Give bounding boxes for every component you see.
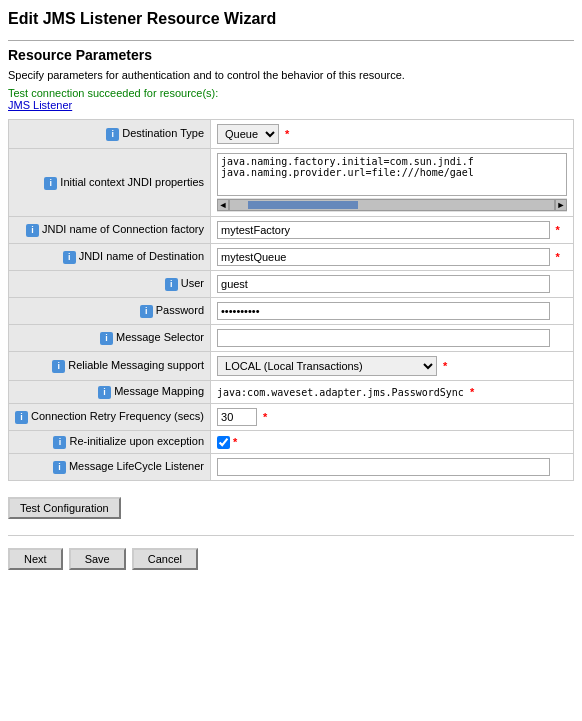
retry-frequency-required: * [263, 411, 267, 423]
reliable-messaging-label: Reliable Messaging support [68, 359, 204, 371]
table-row: iJNDI name of Connection factory * [9, 217, 574, 244]
next-button[interactable]: Next [8, 548, 63, 570]
bottom-divider [8, 535, 574, 536]
lifecycle-label-cell: iMessage LifeCycle Listener [9, 454, 211, 481]
bottom-buttons: Next Save Cancel [8, 544, 574, 574]
message-selector-label: Message Selector [116, 331, 204, 343]
reliable-messaging-value-cell: LOCAL (Local Transactions) XA (Global Tr… [211, 352, 574, 381]
cancel-button[interactable]: Cancel [132, 548, 198, 570]
destination-value-cell: * [211, 244, 574, 271]
password-label: Password [156, 304, 204, 316]
lifecycle-input[interactable] [217, 458, 549, 476]
success-message: Test connection succeeded for resource(s… [8, 87, 574, 99]
lifecycle-value-cell [211, 454, 574, 481]
table-row: iMessage LifeCycle Listener [9, 454, 574, 481]
section-description: Specify parameters for authentication an… [8, 69, 574, 81]
resource-link[interactable]: JMS Listener [8, 99, 574, 111]
message-mapping-required: * [470, 386, 474, 398]
jndi-context-label-cell: iInitial context JNDI properties [9, 149, 211, 217]
table-row: iMessage Selector [9, 325, 574, 352]
section-title: Resource Parameters [8, 47, 574, 63]
retry-frequency-input[interactable] [217, 408, 257, 426]
jndi-context-value-cell: java.naming.factory.initial=com.sun.jndi… [211, 149, 574, 217]
scroll-right-icon[interactable]: ► [555, 199, 567, 211]
destination-type-select[interactable]: Queue Topic [217, 124, 279, 144]
connection-factory-label-cell: iJNDI name of Connection factory [9, 217, 211, 244]
password-info-icon[interactable]: i [140, 305, 153, 318]
test-configuration-button[interactable]: Test Configuration [8, 497, 121, 519]
user-label-cell: iUser [9, 271, 211, 298]
retry-frequency-info-icon[interactable]: i [15, 411, 28, 424]
reliable-messaging-required: * [443, 360, 447, 372]
destination-type-info-icon[interactable]: i [106, 128, 119, 141]
reinitialize-label: Re-initialize upon exception [69, 435, 204, 447]
connection-factory-required: * [556, 224, 560, 236]
page-title: Edit JMS Listener Resource Wizard [8, 10, 574, 28]
jndi-context-textarea[interactable]: java.naming.factory.initial=com.sun.jndi… [217, 153, 567, 196]
message-selector-label-cell: iMessage Selector [9, 325, 211, 352]
table-row: iInitial context JNDI properties java.na… [9, 149, 574, 217]
reinitialize-required: * [233, 436, 237, 448]
table-row: iMessage Mapping java:com.waveset.adapte… [9, 381, 574, 404]
password-label-cell: iPassword [9, 298, 211, 325]
connection-factory-label: JNDI name of Connection factory [42, 223, 204, 235]
destination-type-required: * [285, 128, 289, 140]
scroll-left-icon[interactable]: ◄ [217, 199, 229, 211]
message-mapping-label: Message Mapping [114, 385, 204, 397]
message-mapping-value-cell: java:com.waveset.adapter.jms.PasswordSyn… [211, 381, 574, 404]
table-row: iUser [9, 271, 574, 298]
reinitialize-checkbox[interactable] [217, 436, 230, 449]
destination-type-value-cell: Queue Topic * [211, 120, 574, 149]
retry-frequency-value-cell: * [211, 404, 574, 431]
connection-factory-input[interactable] [217, 221, 549, 239]
lifecycle-label: Message LifeCycle Listener [69, 460, 204, 472]
table-row: iConnection Retry Frequency (secs) * [9, 404, 574, 431]
retry-frequency-label-cell: iConnection Retry Frequency (secs) [9, 404, 211, 431]
jndi-context-info-icon[interactable]: i [44, 177, 57, 190]
reinitialize-value-cell: * [211, 431, 574, 454]
reliable-messaging-select[interactable]: LOCAL (Local Transactions) XA (Global Tr… [217, 356, 437, 376]
table-row: iPassword [9, 298, 574, 325]
user-value-cell [211, 271, 574, 298]
password-input[interactable] [217, 302, 549, 320]
user-info-icon[interactable]: i [165, 278, 178, 291]
reinitialize-label-cell: iRe-initialize upon exception [9, 431, 211, 454]
jndi-context-label: Initial context JNDI properties [60, 176, 204, 188]
destination-input[interactable] [217, 248, 549, 266]
table-row: iReliable Messaging support LOCAL (Local… [9, 352, 574, 381]
message-mapping-info-icon[interactable]: i [98, 386, 111, 399]
destination-label: JNDI name of Destination [79, 250, 204, 262]
destination-type-label: Destination Type [122, 127, 204, 139]
message-selector-input[interactable] [217, 329, 549, 347]
scrollbar-thumb [248, 201, 358, 209]
message-selector-value-cell [211, 325, 574, 352]
reinitialize-info-icon[interactable]: i [53, 436, 66, 449]
retry-frequency-label: Connection Retry Frequency (secs) [31, 410, 204, 422]
table-row: iDestination Type Queue Topic * [9, 120, 574, 149]
message-mapping-value: java:com.waveset.adapter.jms.PasswordSyn… [217, 387, 464, 398]
user-label: User [181, 277, 204, 289]
destination-info-icon[interactable]: i [63, 251, 76, 264]
connection-factory-value-cell: * [211, 217, 574, 244]
connection-factory-info-icon[interactable]: i [26, 224, 39, 237]
user-input[interactable] [217, 275, 549, 293]
save-button[interactable]: Save [69, 548, 126, 570]
form-table: iDestination Type Queue Topic * iInitial… [8, 119, 574, 481]
reliable-messaging-label-cell: iReliable Messaging support [9, 352, 211, 381]
lifecycle-info-icon[interactable]: i [53, 461, 66, 474]
destination-label-cell: iJNDI name of Destination [9, 244, 211, 271]
destination-type-label-cell: iDestination Type [9, 120, 211, 149]
table-row: iJNDI name of Destination * [9, 244, 574, 271]
table-row: iRe-initialize upon exception * [9, 431, 574, 454]
message-selector-info-icon[interactable]: i [100, 332, 113, 345]
message-mapping-label-cell: iMessage Mapping [9, 381, 211, 404]
password-value-cell [211, 298, 574, 325]
reliable-messaging-info-icon[interactable]: i [52, 360, 65, 373]
destination-required: * [556, 251, 560, 263]
